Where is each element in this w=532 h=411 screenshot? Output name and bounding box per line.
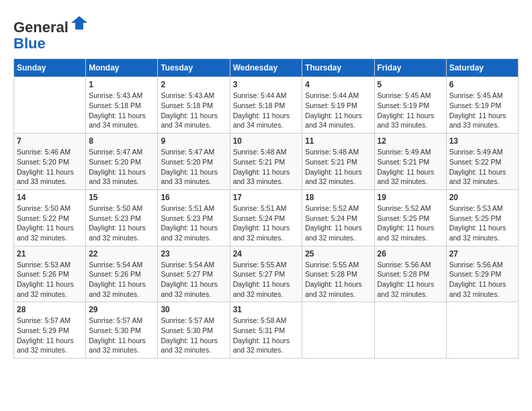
day-number: 2: [161, 80, 226, 89]
day-number: 15: [89, 193, 154, 202]
day-number: 25: [305, 249, 371, 259]
calendar-cell: 11Sunrise: 5:48 AM Sunset: 5:21 PM Dayli…: [302, 134, 374, 190]
day-header-tuesday: Tuesday: [158, 59, 230, 77]
cell-info: Sunrise: 5:56 AM Sunset: 5:28 PM Dayligh…: [378, 260, 443, 300]
day-number: 10: [233, 136, 300, 146]
cell-info: Sunrise: 5:52 AM Sunset: 5:25 PM Dayligh…: [378, 203, 443, 243]
day-number: 8: [89, 136, 154, 146]
calendar-cell: 18Sunrise: 5:52 AM Sunset: 5:24 PM Dayli…: [302, 189, 374, 246]
calendar-cell: 16Sunrise: 5:51 AM Sunset: 5:23 PM Dayli…: [158, 189, 230, 246]
calendar-cell: [446, 302, 518, 359]
cell-info: Sunrise: 5:55 AM Sunset: 5:27 PM Dayligh…: [233, 260, 300, 300]
cell-info: Sunrise: 5:57 AM Sunset: 5:30 PM Dayligh…: [161, 316, 226, 355]
day-number: 13: [449, 136, 515, 146]
calendar-cell: 17Sunrise: 5:51 AM Sunset: 5:24 PM Dayli…: [230, 189, 302, 246]
day-number: 21: [17, 249, 83, 259]
cell-info: Sunrise: 5:48 AM Sunset: 5:21 PM Dayligh…: [305, 147, 371, 187]
calendar-header: SundayMondayTuesdayWednesdayThursdayFrid…: [14, 59, 519, 77]
calendar-cell: 12Sunrise: 5:49 AM Sunset: 5:21 PM Dayli…: [374, 134, 446, 190]
calendar-cell: 5Sunrise: 5:45 AM Sunset: 5:19 PM Daylig…: [374, 77, 446, 134]
day-number: 12: [378, 136, 443, 146]
cell-info: Sunrise: 5:44 AM Sunset: 5:18 PM Dayligh…: [233, 91, 300, 130]
day-header-saturday: Saturday: [446, 59, 518, 77]
day-number: 31: [233, 305, 300, 314]
cell-info: Sunrise: 5:53 AM Sunset: 5:26 PM Dayligh…: [17, 260, 83, 300]
day-header-thursday: Thursday: [302, 59, 374, 77]
cell-info: Sunrise: 5:47 AM Sunset: 5:20 PM Dayligh…: [161, 147, 226, 187]
cell-info: Sunrise: 5:51 AM Sunset: 5:24 PM Dayligh…: [233, 203, 300, 243]
cell-info: Sunrise: 5:55 AM Sunset: 5:28 PM Dayligh…: [305, 260, 371, 300]
day-number: 4: [305, 80, 371, 89]
calendar-cell: 13Sunrise: 5:49 AM Sunset: 5:22 PM Dayli…: [446, 134, 518, 190]
logo-blue-text: Blue: [13, 35, 46, 52]
logo-icon: [70, 13, 89, 32]
day-number: 24: [233, 249, 300, 259]
day-number: 18: [305, 193, 371, 202]
calendar-week-2: 7Sunrise: 5:46 AM Sunset: 5:20 PM Daylig…: [14, 134, 519, 190]
logo-general-text: General: [13, 19, 69, 36]
cell-info: Sunrise: 5:49 AM Sunset: 5:22 PM Dayligh…: [449, 147, 515, 187]
day-number: 19: [378, 193, 443, 202]
cell-info: Sunrise: 5:50 AM Sunset: 5:23 PM Dayligh…: [89, 203, 154, 243]
cell-info: Sunrise: 5:52 AM Sunset: 5:24 PM Dayligh…: [305, 203, 371, 243]
day-header-friday: Friday: [374, 59, 446, 77]
calendar-table: SundayMondayTuesdayWednesdayThursdayFrid…: [13, 58, 519, 359]
cell-info: Sunrise: 5:44 AM Sunset: 5:19 PM Dayligh…: [305, 91, 371, 130]
cell-info: Sunrise: 5:43 AM Sunset: 5:18 PM Dayligh…: [89, 91, 154, 130]
day-number: 23: [161, 249, 226, 259]
day-number: 16: [161, 193, 226, 202]
page-header: General Blue: [13, 13, 519, 52]
cell-info: Sunrise: 5:56 AM Sunset: 5:29 PM Dayligh…: [449, 260, 515, 300]
cell-info: Sunrise: 5:47 AM Sunset: 5:20 PM Dayligh…: [89, 147, 154, 187]
cell-info: Sunrise: 5:58 AM Sunset: 5:31 PM Dayligh…: [233, 316, 300, 355]
calendar-cell: 6Sunrise: 5:45 AM Sunset: 5:19 PM Daylig…: [446, 77, 518, 134]
cell-info: Sunrise: 5:48 AM Sunset: 5:21 PM Dayligh…: [233, 147, 300, 187]
day-number: 1: [89, 80, 154, 89]
cell-info: Sunrise: 5:54 AM Sunset: 5:26 PM Dayligh…: [89, 260, 154, 300]
day-number: 11: [305, 136, 371, 146]
calendar-cell: 29Sunrise: 5:57 AM Sunset: 5:30 PM Dayli…: [86, 302, 158, 359]
day-number: 27: [449, 249, 515, 259]
day-number: 6: [449, 80, 515, 89]
day-number: 22: [89, 249, 154, 259]
day-number: 17: [233, 193, 300, 202]
day-number: 28: [17, 305, 83, 314]
day-number: 9: [161, 136, 226, 146]
svg-marker-0: [71, 16, 87, 30]
calendar-cell: 26Sunrise: 5:56 AM Sunset: 5:28 PM Dayli…: [374, 246, 446, 302]
calendar-cell: 20Sunrise: 5:53 AM Sunset: 5:25 PM Dayli…: [446, 189, 518, 246]
day-number: 26: [378, 249, 443, 259]
calendar-cell: 24Sunrise: 5:55 AM Sunset: 5:27 PM Dayli…: [230, 246, 302, 302]
calendar-cell: 10Sunrise: 5:48 AM Sunset: 5:21 PM Dayli…: [230, 134, 302, 190]
cell-info: Sunrise: 5:57 AM Sunset: 5:30 PM Dayligh…: [89, 316, 154, 355]
cell-info: Sunrise: 5:51 AM Sunset: 5:23 PM Dayligh…: [161, 203, 226, 243]
calendar-cell: 8Sunrise: 5:47 AM Sunset: 5:20 PM Daylig…: [86, 134, 158, 190]
cell-info: Sunrise: 5:53 AM Sunset: 5:25 PM Dayligh…: [449, 203, 515, 243]
cell-info: Sunrise: 5:57 AM Sunset: 5:29 PM Dayligh…: [17, 316, 83, 355]
day-number: 14: [17, 193, 83, 202]
calendar-cell: 25Sunrise: 5:55 AM Sunset: 5:28 PM Dayli…: [302, 246, 374, 302]
day-number: 29: [89, 305, 154, 314]
calendar-cell: 14Sunrise: 5:50 AM Sunset: 5:22 PM Dayli…: [14, 189, 86, 246]
calendar-cell: 22Sunrise: 5:54 AM Sunset: 5:26 PM Dayli…: [86, 246, 158, 302]
calendar-cell: 30Sunrise: 5:57 AM Sunset: 5:30 PM Dayli…: [158, 302, 230, 359]
calendar-cell: 19Sunrise: 5:52 AM Sunset: 5:25 PM Dayli…: [374, 189, 446, 246]
calendar-cell: [14, 77, 86, 134]
calendar-cell: 23Sunrise: 5:54 AM Sunset: 5:27 PM Dayli…: [158, 246, 230, 302]
calendar-cell: 31Sunrise: 5:58 AM Sunset: 5:31 PM Dayli…: [230, 302, 302, 359]
calendar-week-3: 14Sunrise: 5:50 AM Sunset: 5:22 PM Dayli…: [14, 189, 519, 246]
cell-info: Sunrise: 5:49 AM Sunset: 5:21 PM Dayligh…: [378, 147, 443, 187]
calendar-cell: [374, 302, 446, 359]
calendar-cell: 7Sunrise: 5:46 AM Sunset: 5:20 PM Daylig…: [14, 134, 86, 190]
day-number: 20: [449, 193, 515, 202]
calendar-cell: 28Sunrise: 5:57 AM Sunset: 5:29 PM Dayli…: [14, 302, 86, 359]
day-number: 3: [233, 80, 300, 89]
logo: General Blue: [13, 13, 89, 52]
calendar-week-1: 1Sunrise: 5:43 AM Sunset: 5:18 PM Daylig…: [14, 77, 519, 134]
cell-info: Sunrise: 5:45 AM Sunset: 5:19 PM Dayligh…: [449, 91, 515, 130]
day-number: 30: [161, 305, 226, 314]
day-header-monday: Monday: [86, 59, 158, 77]
calendar-cell: 2Sunrise: 5:43 AM Sunset: 5:18 PM Daylig…: [158, 77, 230, 134]
calendar-cell: 9Sunrise: 5:47 AM Sunset: 5:20 PM Daylig…: [158, 134, 230, 190]
calendar-cell: 4Sunrise: 5:44 AM Sunset: 5:19 PM Daylig…: [302, 77, 374, 134]
